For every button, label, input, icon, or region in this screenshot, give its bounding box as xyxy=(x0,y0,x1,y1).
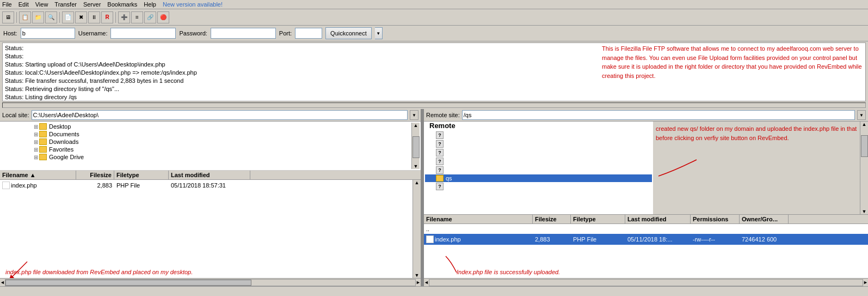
local-file-list: Filename ▲ Filesize Filetype Last modifi… xyxy=(0,171,421,278)
status-line-3: Status: Starting upload of C:\Users\Adee… xyxy=(5,61,591,69)
tree-label-googledrive: Google Drive xyxy=(49,154,84,160)
menubar: File Edit View Transfer Server Bookmarks… xyxy=(0,0,868,9)
remote-tree-q5[interactable]: ? xyxy=(425,166,652,174)
remote-site-path[interactable] xyxy=(462,110,855,120)
tree-item-googledrive[interactable]: ⊞ Google Drive xyxy=(1,153,411,161)
toolbar-btn1[interactable]: 📋 xyxy=(19,11,31,23)
quickconnect-button[interactable]: Quickconnect xyxy=(325,27,372,39)
status-area: Status: Status: Status: Starting upload … xyxy=(2,43,866,101)
rcol-filename[interactable]: Filename xyxy=(424,215,533,223)
rtree-scrollbar-thumb[interactable] xyxy=(861,135,868,157)
col-lastmodified[interactable]: Last modified xyxy=(169,171,250,179)
local-site-path[interactable] xyxy=(32,110,408,120)
folder-icon-gd xyxy=(39,154,47,160)
port-input[interactable] xyxy=(295,28,322,39)
hscroll-right[interactable]: ► xyxy=(416,280,421,285)
username-label: Username: xyxy=(78,30,108,37)
local-file-name: index.php xyxy=(0,181,76,190)
remote-tree-q4[interactable]: ? xyxy=(425,157,652,166)
status-line-6: Status: Retrieving directory listing of … xyxy=(5,85,591,93)
scrollbar-thumb[interactable] xyxy=(413,136,420,158)
tree-label-desktop: Desktop xyxy=(49,123,71,130)
remote-hscroll-track[interactable] xyxy=(429,279,863,286)
tree-item-documents[interactable]: ⊞ Documents xyxy=(1,130,411,138)
local-path-dropdown[interactable]: ▼ xyxy=(410,110,418,120)
remote-tree-q2[interactable]: ? xyxy=(425,140,652,148)
tree-item-downloads[interactable]: ⊞ Downloads xyxy=(1,138,411,146)
connection-bar: Host: Username: Password: Port: Quickcon… xyxy=(0,26,868,41)
remote-tree-qs[interactable]: qs xyxy=(425,174,652,182)
local-tree-scrollbar[interactable]: ▲ ▼ xyxy=(411,123,420,169)
rcol-filetype[interactable]: Filetype xyxy=(571,215,625,223)
col-filetype[interactable]: Filetype xyxy=(114,171,169,179)
local-hscrollbar[interactable]: ◄ ► xyxy=(0,278,421,286)
menu-help[interactable]: Help xyxy=(144,1,156,8)
remote-tree-q3[interactable]: ? xyxy=(425,148,652,157)
menu-edit[interactable]: Edit xyxy=(19,1,29,8)
toolbar-btn7[interactable]: R xyxy=(101,11,113,23)
local-file-row[interactable]: index.php 2,883 PHP File 05/11/2018 18:5… xyxy=(0,180,413,191)
rtree-scrollbar-down[interactable]: ▼ xyxy=(861,209,868,214)
tree-item-desktop[interactable]: ⊞ Desktop xyxy=(1,123,411,130)
toolbar-btn9[interactable]: ≡ xyxy=(131,11,143,23)
menu-bookmarks[interactable]: Bookmarks xyxy=(107,1,137,8)
remote-row-dotdot[interactable]: .. xyxy=(424,224,868,234)
toolbar-btn2[interactable]: 📁 xyxy=(32,11,44,23)
remote-heading: Remote xyxy=(429,122,455,130)
hscroll-left[interactable]: ◄ xyxy=(0,280,5,285)
rcol-filesize[interactable]: Filesize xyxy=(533,215,571,223)
hscroll-thumb[interactable] xyxy=(5,280,251,286)
remote-path-dropdown[interactable]: ▼ xyxy=(857,110,866,120)
local-file-scrollbar[interactable]: ▲ ▼ xyxy=(413,180,421,278)
remote-tree-q1[interactable]: ? xyxy=(425,131,652,140)
status-line-5: Status: File transfer successful, transf… xyxy=(5,77,591,85)
remote-file-icon xyxy=(426,235,434,243)
local-site-label: Local site: xyxy=(2,112,29,118)
col-filesize[interactable]: Filesize xyxy=(76,171,114,179)
remote-file-name-text: index.php xyxy=(435,236,461,243)
rcol-permissions[interactable]: Permissions xyxy=(691,215,740,223)
split-pane: Local site: ▼ ⊞ Desktop ⊞ Documents xyxy=(0,109,868,286)
rcol-owner[interactable]: Owner/Gro... xyxy=(740,215,789,223)
remote-hscroll-right[interactable]: ► xyxy=(863,280,868,285)
remote-tree-q6[interactable]: ? xyxy=(425,182,652,191)
remote-file-size: 2,883 xyxy=(533,235,571,243)
q-icon-1: ? xyxy=(436,131,444,139)
quickconnect-dropdown[interactable]: ▼ xyxy=(375,27,383,39)
remote-hscroll-left[interactable]: ◄ xyxy=(424,280,429,285)
host-input[interactable] xyxy=(21,28,75,39)
menu-newversion[interactable]: New version available! xyxy=(163,1,223,8)
username-input[interactable] xyxy=(110,28,176,39)
rtree-scrollbar-up[interactable]: ▲ xyxy=(861,122,868,127)
remote-hscrollbar[interactable]: ◄ ► xyxy=(424,278,868,286)
col-filename[interactable]: Filename ▲ xyxy=(0,171,76,179)
hscroll-track[interactable] xyxy=(5,279,416,286)
toolbar-btn3[interactable]: 🔍 xyxy=(45,11,57,23)
menu-file[interactable]: File xyxy=(2,1,12,8)
remote-file-list-header: Filename Filesize Filetype Last modified… xyxy=(424,214,868,224)
scrollbar-up[interactable]: ▲ xyxy=(413,123,420,128)
scrollbar-down[interactable]: ▼ xyxy=(413,164,420,169)
file-scrollbar-down[interactable]: ▼ xyxy=(414,273,421,278)
toolbar-btn8[interactable]: ➕ xyxy=(118,11,130,23)
toolbar-btn11[interactable]: 🔴 xyxy=(157,11,169,23)
tree-label-qs: qs xyxy=(446,175,452,182)
remote-tree-scrollbar[interactable]: ▲ ▼ xyxy=(860,122,868,214)
password-input[interactable] xyxy=(211,28,276,39)
local-file-modified: 05/11/2018 18:57:31 xyxy=(169,182,250,189)
remote-row-indexphp[interactable]: index.php 2,883 PHP File 05/11/2018 18:.… xyxy=(424,234,868,245)
local-pane: Local site: ▼ ⊞ Desktop ⊞ Documents xyxy=(0,109,422,286)
menu-server[interactable]: Server xyxy=(83,1,101,8)
toolbar-btn4[interactable]: 📄 xyxy=(62,11,74,23)
rcol-lastmodified[interactable]: Last modified xyxy=(625,215,691,223)
toolbar-btn5[interactable]: ✖ xyxy=(75,11,87,23)
menu-transfer[interactable]: Transfer xyxy=(54,1,77,8)
menu-view[interactable]: View xyxy=(35,1,48,8)
tree-item-favorites[interactable]: ⊞ Favorites xyxy=(1,146,411,153)
file-scrollbar-up[interactable]: ▲ xyxy=(414,180,421,185)
toolbar-btn10[interactable]: 🔗 xyxy=(144,11,156,23)
toolbar-btn6[interactable]: ⏸ xyxy=(88,11,100,23)
remote-site-label: Remote site: xyxy=(426,112,460,118)
expand-icon-fav: ⊞ xyxy=(34,147,38,153)
toolbar-siteman-btn[interactable]: 🖥 xyxy=(2,11,14,23)
